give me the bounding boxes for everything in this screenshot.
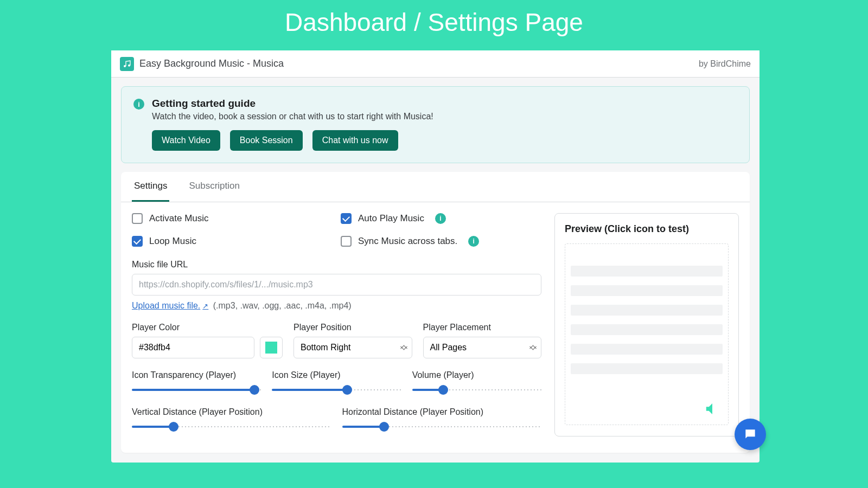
- icon-transparency-slider[interactable]: [132, 384, 261, 395]
- getting-started-banner: i Getting started guide Watch the video,…: [121, 86, 750, 163]
- settings-card: Settings Subscription Activate Music Aut…: [121, 172, 750, 453]
- preview-placeholder-bar: [571, 344, 723, 355]
- svg-point-0: [124, 65, 126, 67]
- horizontal-distance-label: Horizontal Distance (Player Position): [342, 407, 542, 417]
- tabs: Settings Subscription: [121, 172, 750, 202]
- icon-size-slider[interactable]: [272, 384, 401, 395]
- preview-placeholder-bar: [571, 285, 723, 296]
- music-url-input[interactable]: [132, 274, 541, 296]
- player-color-input[interactable]: [132, 337, 254, 358]
- info-icon: i: [133, 99, 144, 110]
- chat-icon: [743, 427, 757, 441]
- sync-music-label: Sync Music across tabs.: [358, 236, 457, 247]
- chat-fab-button[interactable]: [735, 419, 766, 450]
- svg-point-1: [128, 64, 130, 66]
- preview-placeholder-bar: [571, 266, 723, 277]
- app-header: Easy Background Music - Musica by BirdCh…: [111, 50, 760, 78]
- banner-title: Getting started guide: [152, 98, 433, 110]
- external-link-icon: ↗: [202, 302, 208, 310]
- player-color-swatch-button[interactable]: [260, 337, 283, 358]
- loop-music-label: Loop Music: [149, 236, 196, 247]
- color-swatch-icon: [265, 342, 277, 354]
- volume-slider[interactable]: [412, 384, 541, 395]
- app-logo-icon: [120, 57, 134, 71]
- preview-panel: Preview (Click icon to test): [554, 213, 739, 436]
- player-position-label: Player Position: [293, 323, 412, 332]
- player-placement-value: All Pages: [430, 343, 467, 352]
- autoplay-music-label: Auto Play Music: [358, 213, 424, 224]
- watch-video-button[interactable]: Watch Video: [152, 130, 220, 151]
- player-position-value: Bottom Right: [301, 343, 350, 352]
- loop-music-checkbox[interactable]: [132, 236, 143, 247]
- player-placement-select[interactable]: All Pages: [423, 337, 542, 358]
- player-placement-label: Player Placement: [423, 323, 542, 332]
- banner-subtitle: Watch the video, book a session or chat …: [152, 112, 433, 121]
- preview-placeholder-bar: [571, 324, 723, 335]
- preview-title: Preview (Click icon to test): [565, 223, 729, 235]
- sync-info-icon[interactable]: i: [468, 236, 479, 247]
- app-window: Easy Background Music - Musica by BirdCh…: [111, 50, 760, 463]
- vertical-distance-label: Vertical Distance (Player Position): [132, 407, 331, 417]
- preview-placeholder-bar: [571, 363, 723, 374]
- volume-label: Volume (Player): [412, 370, 541, 380]
- icon-size-label: Icon Size (Player): [272, 370, 401, 380]
- upload-music-link-text: Upload music file.: [132, 301, 200, 311]
- book-session-button[interactable]: Book Session: [230, 130, 303, 151]
- vertical-distance-slider[interactable]: [132, 421, 331, 432]
- sync-music-checkbox[interactable]: [341, 236, 352, 247]
- page-heading: Dashboard / Settings Page: [0, 0, 868, 41]
- chat-now-button[interactable]: Chat with us now: [312, 130, 398, 151]
- upload-music-link[interactable]: Upload music file. ↗: [132, 301, 208, 311]
- player-color-label: Player Color: [132, 323, 283, 332]
- preview-player-icon[interactable]: [704, 401, 720, 419]
- tab-settings[interactable]: Settings: [132, 172, 169, 202]
- music-formats-hint: (.mp3, .wav, .ogg, .aac, .m4a, .mp4): [213, 301, 352, 310]
- app-byline: by BirdChime: [699, 59, 751, 69]
- autoplay-info-icon[interactable]: i: [435, 213, 446, 224]
- horizontal-distance-slider[interactable]: [342, 421, 542, 432]
- preview-placeholder-bar: [571, 305, 723, 316]
- tab-subscription[interactable]: Subscription: [187, 172, 242, 202]
- player-position-select[interactable]: Bottom Right: [293, 337, 412, 358]
- preview-stage: [565, 243, 729, 425]
- activate-music-label: Activate Music: [149, 213, 209, 224]
- autoplay-music-checkbox[interactable]: [341, 213, 352, 224]
- app-name: Easy Background Music - Musica: [139, 58, 284, 69]
- music-url-label: Music file URL: [132, 260, 541, 269]
- icon-transparency-label: Icon Transparency (Player): [132, 370, 261, 380]
- activate-music-checkbox[interactable]: [132, 213, 143, 224]
